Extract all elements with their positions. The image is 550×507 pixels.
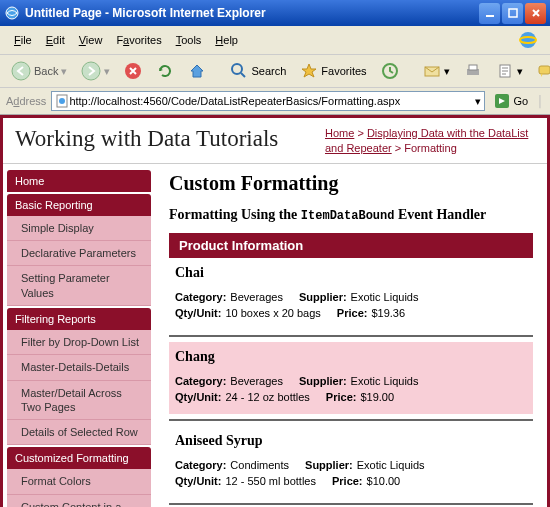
divider — [169, 335, 533, 337]
links-separator: │ — [537, 95, 544, 107]
menubar: File Edit View Favorites Tools Help — [0, 26, 550, 55]
search-icon — [230, 62, 248, 80]
sidebar-item-filtering-reports[interactable]: Filtering Reports — [7, 308, 151, 330]
close-button[interactable] — [525, 3, 546, 24]
main-heading: Custom Formatting — [169, 172, 533, 195]
sidebar-item-declarative-parameters[interactable]: Declarative Parameters — [7, 241, 151, 266]
forward-button[interactable]: ▾ — [76, 58, 115, 84]
back-button[interactable]: Back ▾ — [6, 58, 72, 84]
window-titlebar: Untitled Page - Microsoft Internet Explo… — [0, 0, 550, 26]
stop-button[interactable] — [119, 59, 147, 83]
breadcrumb-current: Formatting — [404, 142, 457, 154]
refresh-icon — [156, 62, 174, 80]
address-input[interactable] — [69, 95, 475, 107]
product-name: Aniseed Syrup — [175, 433, 527, 449]
sidebar-item-master-details-details[interactable]: Master-Details-Details — [7, 355, 151, 380]
star-icon — [300, 62, 318, 80]
chevron-down-icon: ▾ — [61, 65, 67, 78]
chevron-down-icon: ▾ — [104, 65, 110, 78]
minimize-button[interactable] — [479, 3, 500, 24]
back-icon — [11, 61, 31, 81]
sidebar-item-home[interactable]: Home — [7, 170, 151, 192]
svg-point-6 — [12, 62, 30, 80]
menu-favorites[interactable]: Favorites — [110, 32, 167, 48]
chevron-down-icon: ▾ — [444, 65, 450, 78]
mail-button[interactable]: ▾ — [418, 59, 455, 83]
maximize-button[interactable] — [502, 3, 523, 24]
print-button[interactable] — [459, 59, 487, 83]
price-value: $19.36 — [371, 307, 405, 319]
sidebar-item-basic-reporting[interactable]: Basic Reporting — [7, 194, 151, 216]
menu-edit[interactable]: Edit — [40, 32, 71, 48]
search-button[interactable]: Search — [225, 59, 291, 83]
divider — [169, 503, 533, 505]
chevron-down-icon[interactable]: ▾ — [475, 95, 481, 108]
qty-value: 10 boxes x 20 bags — [225, 307, 320, 319]
page-header: Working with Data Tutorials Home > Displ… — [3, 118, 547, 164]
breadcrumb: Home > Displaying Data with the DataList… — [325, 126, 535, 157]
sidebar-item-master-detail-two-pages[interactable]: Master/Detail Across Two Pages — [7, 381, 151, 421]
sidebar-item-setting-parameter-values[interactable]: Setting Parameter Values — [7, 266, 151, 306]
page-icon — [55, 94, 69, 108]
stop-icon — [124, 62, 142, 80]
address-input-wrap[interactable]: ▾ — [51, 91, 485, 111]
window-title: Untitled Page - Microsoft Internet Explo… — [25, 6, 479, 20]
sidebar-item-format-colors[interactable]: Format Colors — [7, 469, 151, 494]
svg-point-4 — [520, 32, 536, 48]
divider — [169, 419, 533, 421]
sidebar-item-filter-dropdown[interactable]: Filter by Drop-Down List — [7, 330, 151, 355]
page-title: Working with Data Tutorials — [15, 126, 278, 157]
menu-view[interactable]: View — [73, 32, 109, 48]
edit-icon — [496, 62, 514, 80]
ie-icon — [4, 5, 20, 21]
main-content: Custom Formatting Formatting Using the I… — [155, 164, 547, 507]
supplier-label: Supplier: — [299, 291, 347, 303]
product-name: Chai — [175, 265, 527, 281]
product-name: Chang — [175, 349, 527, 365]
svg-rect-13 — [469, 65, 477, 70]
history-icon — [381, 62, 399, 80]
sub-heading: Formatting Using the ItemDataBound Event… — [169, 207, 533, 223]
forward-icon — [81, 61, 101, 81]
sidebar: Home Basic Reporting Simple Display Decl… — [3, 164, 155, 507]
product-item: Chang Category:Beverages Supplier:Exotic… — [169, 342, 533, 414]
history-button[interactable] — [376, 59, 404, 83]
address-bar: Address ▾ Go │ — [0, 88, 550, 115]
home-button[interactable] — [183, 59, 211, 83]
favorites-button[interactable]: Favorites — [295, 59, 371, 83]
ie-logo-icon — [514, 29, 542, 51]
discuss-button[interactable] — [532, 59, 550, 83]
qty-label: Qty/Unit: — [175, 307, 221, 319]
category-label: Category: — [175, 291, 226, 303]
discuss-icon — [537, 62, 550, 80]
sidebar-item-simple-display[interactable]: Simple Display — [7, 216, 151, 241]
section-header: Product Information — [169, 233, 533, 258]
breadcrumb-home[interactable]: Home — [325, 127, 354, 139]
menu-file[interactable]: File — [8, 32, 38, 48]
svg-point-0 — [6, 7, 18, 19]
menu-help[interactable]: Help — [209, 32, 244, 48]
edit-button[interactable]: ▾ — [491, 59, 528, 83]
svg-point-9 — [232, 64, 242, 74]
svg-rect-15 — [539, 66, 550, 74]
content-area: Working with Data Tutorials Home > Displ… — [0, 115, 550, 507]
svg-rect-1 — [486, 15, 494, 17]
supplier-value: Exotic Liquids — [351, 291, 419, 303]
sidebar-item-details-selected-row[interactable]: Details of Selected Row — [7, 420, 151, 445]
address-label: Address — [6, 95, 46, 107]
mail-icon — [423, 62, 441, 80]
svg-point-7 — [82, 62, 100, 80]
sidebar-item-customized-formatting[interactable]: Customized Formatting — [7, 447, 151, 469]
print-icon — [464, 62, 482, 80]
sidebar-item-custom-content-gridview[interactable]: Custom Content in a GridView — [7, 495, 151, 507]
go-button[interactable]: Go — [490, 92, 532, 110]
go-icon — [494, 93, 510, 109]
svg-rect-2 — [509, 9, 517, 17]
menu-tools[interactable]: Tools — [170, 32, 208, 48]
product-item: Aniseed Syrup Category:Condiments Suppli… — [169, 426, 533, 498]
svg-point-17 — [59, 98, 65, 104]
chevron-down-icon: ▾ — [517, 65, 523, 78]
refresh-button[interactable] — [151, 59, 179, 83]
home-icon — [188, 62, 206, 80]
price-label: Price: — [337, 307, 368, 319]
